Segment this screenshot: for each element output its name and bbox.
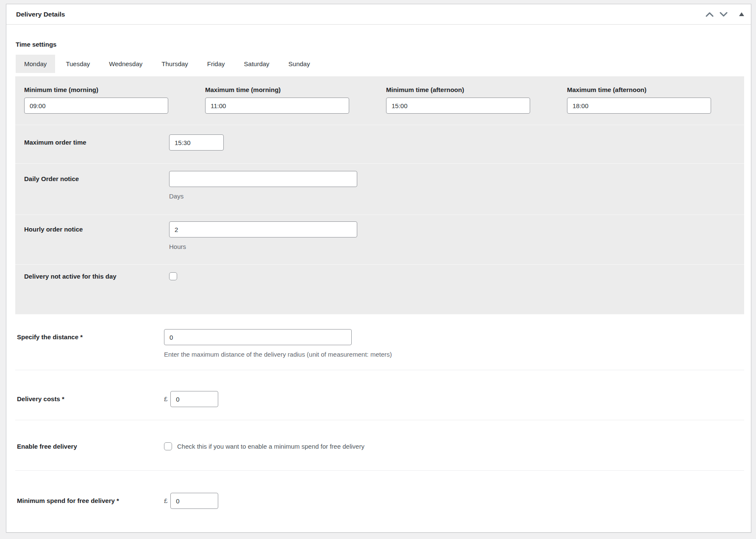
hourly-order-notice-label: Hourly order notice: [24, 221, 169, 250]
min-time-afternoon-input[interactable]: [386, 98, 530, 114]
min-time-afternoon-field: Minimum time (afternoon): [386, 86, 530, 114]
tab-thursday[interactable]: Thursday: [153, 55, 197, 73]
delivery-costs-section: Delivery costs * £: [15, 370, 744, 420]
chevron-up-icon: [706, 12, 714, 17]
min-spend-input[interactable]: [170, 493, 218, 509]
distance-input[interactable]: [164, 329, 352, 345]
hourly-order-notice-row: Hourly order notice Hours: [15, 215, 744, 264]
tab-wednesday[interactable]: Wednesday: [100, 55, 151, 73]
min-time-morning-input[interactable]: [24, 98, 168, 114]
delivery-costs-label: Delivery costs *: [17, 391, 164, 407]
delivery-inactive-checkbox[interactable]: [169, 272, 177, 280]
tab-friday[interactable]: Friday: [199, 55, 233, 73]
daily-order-notice-row: Daily Order notice Days: [15, 163, 744, 215]
metabox-body: Time settings Monday Tuesday Wednesday T…: [6, 41, 751, 531]
currency-symbol: £: [164, 493, 167, 509]
distance-label: Specify the distance *: [17, 329, 164, 358]
day-tabs: Monday Tuesday Wednesday Thursday Friday…: [16, 55, 744, 73]
daily-order-notice-input[interactable]: [169, 171, 357, 187]
daily-order-notice-hint: Days: [169, 193, 357, 200]
max-order-time-row: Maximum order time: [15, 125, 744, 163]
free-delivery-section: Enable free delivery Check this if you w…: [15, 420, 744, 471]
monday-settings-panel: Minimum time (morning) Maximum time (mor…: [15, 76, 744, 314]
time-settings-heading: Time settings: [16, 41, 744, 48]
max-time-morning-label: Maximum time (morning): [205, 86, 349, 93]
tab-saturday[interactable]: Saturday: [236, 55, 278, 73]
move-up-button[interactable]: [706, 10, 714, 19]
max-time-afternoon-label: Maximum time (afternoon): [567, 86, 711, 93]
min-spend-label: Minimum spend for free delivery *: [17, 493, 164, 509]
metabox-header: Delivery Details: [6, 4, 751, 25]
max-order-time-input[interactable]: [169, 134, 224, 151]
chevron-down-icon: [720, 12, 728, 17]
tab-sunday[interactable]: Sunday: [280, 55, 319, 73]
currency-symbol: £: [164, 391, 167, 407]
max-time-afternoon-input[interactable]: [567, 98, 711, 114]
tab-monday[interactable]: Monday: [16, 55, 55, 73]
hourly-order-notice-hint: Hours: [169, 243, 357, 250]
min-time-morning-label: Minimum time (morning): [24, 86, 168, 93]
min-time-afternoon-label: Minimum time (afternoon): [386, 86, 530, 93]
toggle-panel-button[interactable]: [734, 10, 744, 19]
max-order-time-label: Maximum order time: [24, 134, 169, 151]
hourly-order-notice-input[interactable]: [169, 221, 357, 237]
delivery-costs-input[interactable]: [170, 391, 218, 407]
metabox-title: Delivery Details: [16, 11, 65, 18]
delivery-details-metabox: Delivery Details Time settings Monday Tu…: [6, 4, 751, 533]
max-time-morning-field: Maximum time (morning): [205, 86, 349, 114]
time-fields-row: Minimum time (morning) Maximum time (mor…: [15, 76, 744, 125]
distance-hint: Enter the maximum distance of the delive…: [164, 351, 392, 358]
min-time-morning-field: Minimum time (morning): [24, 86, 168, 114]
metabox-handle-actions: [700, 10, 744, 19]
free-delivery-checkbox[interactable]: [164, 442, 172, 450]
max-time-afternoon-field: Maximum time (afternoon): [567, 86, 711, 114]
free-delivery-checkbox-text: Check this if you want to enable a minim…: [177, 442, 364, 450]
daily-order-notice-label: Daily Order notice: [24, 171, 169, 200]
max-time-morning-input[interactable]: [205, 98, 349, 114]
free-delivery-label: Enable free delivery: [17, 442, 164, 450]
min-spend-section: Minimum spend for free delivery * £: [15, 471, 744, 531]
delivery-inactive-row: Delivery not active for this day: [15, 264, 744, 314]
delivery-inactive-label: Delivery not active for this day: [24, 272, 169, 282]
tab-tuesday[interactable]: Tuesday: [57, 55, 98, 73]
move-down-button[interactable]: [720, 10, 728, 19]
distance-section: Specify the distance * Enter the maximum…: [15, 314, 744, 370]
triangle-up-icon: [739, 12, 744, 16]
